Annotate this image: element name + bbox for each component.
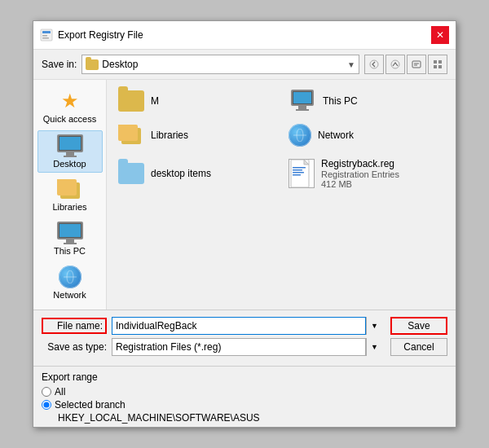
dialog-title: Export Registry File bbox=[58, 29, 143, 41]
file-name-value: IndividualRegBack bbox=[116, 320, 196, 332]
folder-icon-small bbox=[86, 59, 99, 70]
sidebar-item-desktop[interactable]: Desktop bbox=[37, 130, 103, 173]
selected-branch-radio[interactable] bbox=[42, 400, 51, 410]
sidebar-item-label: Network bbox=[53, 290, 86, 300]
svg-rect-18 bbox=[293, 169, 302, 171]
file-name-input[interactable]: IndividualRegBack bbox=[112, 317, 366, 335]
title-bar: Export Registry File ✕ bbox=[33, 21, 456, 50]
chevron-down-icon: ▼ bbox=[347, 60, 355, 69]
svg-rect-6 bbox=[412, 61, 421, 68]
all-radio[interactable] bbox=[42, 387, 51, 397]
libraries-icon bbox=[118, 125, 144, 146]
svg-rect-20 bbox=[293, 174, 301, 176]
cancel-col: Cancel bbox=[390, 338, 447, 356]
list-item[interactable]: Registryback.reg Registration Entries 41… bbox=[284, 155, 449, 192]
svg-point-4 bbox=[370, 60, 378, 68]
svg-point-5 bbox=[391, 60, 399, 68]
selected-branch-label: Selected branch bbox=[55, 399, 126, 411]
sidebar-item-this-pc[interactable]: This PC bbox=[37, 218, 103, 259]
dialog-icon bbox=[40, 29, 53, 42]
list-item[interactable]: M bbox=[113, 86, 279, 116]
branch-value: HKEY_LOCAL_MACHINE\SOFTWARE\ASUS bbox=[42, 412, 447, 424]
svg-rect-3 bbox=[42, 37, 49, 39]
save-as-label: Save as type: bbox=[42, 341, 107, 353]
file-name: M bbox=[151, 95, 159, 107]
recent-icon bbox=[412, 59, 421, 69]
svg-rect-10 bbox=[438, 65, 442, 68]
recent-button[interactable] bbox=[407, 55, 426, 74]
sidebar: ★ Quick access Desktop bbox=[33, 80, 107, 310]
up-icon bbox=[390, 59, 400, 69]
export-range-title: Export range bbox=[42, 371, 447, 383]
main-content: ★ Quick access Desktop bbox=[33, 79, 456, 310]
this-pc-icon bbox=[56, 222, 84, 244]
save-in-dropdown[interactable]: Desktop ▼ bbox=[82, 55, 359, 74]
file-name-label: File name: bbox=[42, 318, 107, 334]
save-as-value: Registration Files (*.reg) bbox=[116, 341, 221, 353]
svg-rect-2 bbox=[42, 35, 47, 37]
file-name: Libraries bbox=[151, 130, 188, 141]
back-icon bbox=[369, 59, 379, 69]
svg-rect-17 bbox=[293, 167, 306, 169]
folder-icon-blue bbox=[118, 163, 144, 184]
save-as-input[interactable]: Registration Files (*.reg) bbox=[112, 338, 366, 356]
reg-file-icon bbox=[289, 159, 315, 188]
list-item[interactable]: desktop items bbox=[113, 155, 279, 192]
sidebar-item-label: Desktop bbox=[53, 159, 86, 169]
star-icon: ★ bbox=[59, 90, 82, 112]
toolbar-buttons bbox=[364, 55, 447, 74]
network-icon bbox=[289, 124, 311, 147]
close-button[interactable]: ✕ bbox=[431, 26, 449, 44]
svg-rect-9 bbox=[434, 65, 437, 68]
sidebar-item-network[interactable]: Network bbox=[37, 262, 103, 303]
selected-branch-radio-row: Selected branch bbox=[42, 399, 447, 411]
desktop-icon bbox=[56, 134, 84, 157]
reg-file-size: 412 MB bbox=[321, 179, 399, 189]
network-icon bbox=[59, 266, 82, 288]
reg-file-name: Registryback.reg bbox=[321, 158, 399, 169]
svg-rect-7 bbox=[434, 60, 437, 64]
view-icon bbox=[433, 59, 443, 69]
sidebar-item-label: Libraries bbox=[52, 202, 86, 212]
svg-rect-19 bbox=[293, 172, 304, 173]
up-button[interactable] bbox=[385, 55, 405, 74]
file-name-input-container: IndividualRegBack ▼ bbox=[112, 317, 382, 335]
this-pc-icon bbox=[289, 90, 316, 112]
title-bar-left: Export Registry File bbox=[40, 29, 143, 42]
all-label: All bbox=[55, 386, 65, 397]
export-range-section: Export range All Selected branch HKEY_LO… bbox=[33, 366, 456, 427]
cancel-button[interactable]: Cancel bbox=[390, 338, 447, 356]
folder-icon bbox=[118, 90, 144, 112]
sidebar-item-label: Quick access bbox=[43, 114, 96, 124]
filename-dropdown-arrow[interactable]: ▼ bbox=[366, 317, 382, 335]
saveas-dropdown-arrow[interactable]: ▼ bbox=[366, 338, 382, 356]
file-name: Network bbox=[318, 130, 354, 141]
save-button[interactable]: Save bbox=[390, 317, 447, 335]
file-name: desktop items bbox=[151, 168, 211, 179]
back-button[interactable] bbox=[364, 55, 384, 74]
view-button[interactable] bbox=[428, 55, 447, 74]
bottom-form-area: File name: IndividualRegBack ▼ Save Save… bbox=[33, 310, 456, 366]
file-name: This PC bbox=[323, 95, 358, 107]
all-radio-row: All bbox=[42, 386, 447, 397]
export-registry-dialog: Export Registry File ✕ Save in: Desktop … bbox=[33, 20, 456, 428]
svg-rect-8 bbox=[438, 60, 442, 64]
filename-row: File name: IndividualRegBack ▼ Save bbox=[42, 317, 447, 335]
svg-rect-1 bbox=[42, 31, 51, 33]
list-item[interactable]: Network bbox=[284, 121, 449, 150]
save-as-container: Registration Files (*.reg) ▼ bbox=[112, 338, 382, 356]
list-item[interactable]: Libraries bbox=[113, 121, 279, 150]
toolbar-row: Save in: Desktop ▼ bbox=[33, 50, 456, 79]
action-buttons: Save bbox=[390, 317, 447, 335]
saveas-row: Save as type: Registration Files (*.reg)… bbox=[42, 338, 447, 356]
sidebar-item-libraries[interactable]: Libraries bbox=[37, 176, 103, 215]
reg-file-type: Registration Entries bbox=[321, 169, 399, 179]
sidebar-item-quick-access[interactable]: ★ Quick access bbox=[37, 86, 103, 127]
sidebar-item-label: This PC bbox=[54, 246, 86, 256]
list-item[interactable]: This PC bbox=[284, 86, 449, 116]
libraries-icon bbox=[57, 179, 83, 200]
save-in-label: Save in: bbox=[42, 59, 77, 70]
reg-file-meta: Registryback.reg Registration Entries 41… bbox=[321, 158, 399, 189]
file-area: M This PC Libraries bbox=[107, 80, 456, 310]
save-in-value: Desktop bbox=[102, 59, 344, 70]
